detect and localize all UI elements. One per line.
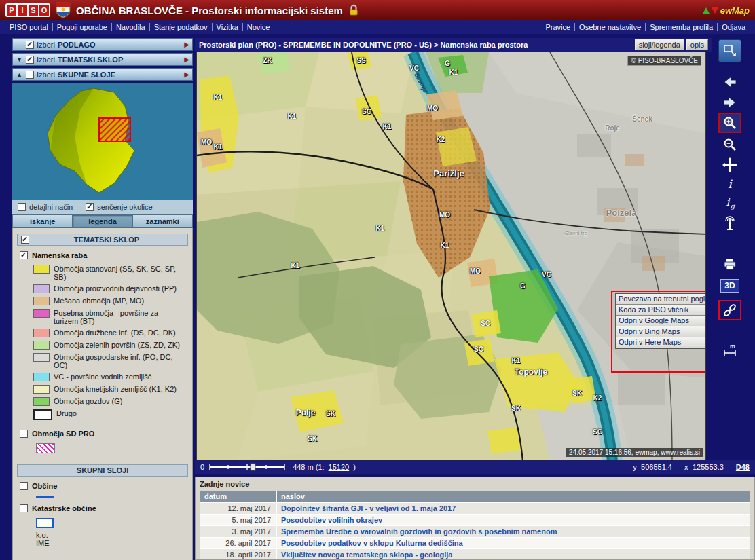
share-link-button[interactable] <box>718 300 741 320</box>
menu-sprememba-profila[interactable]: Sprememba profila <box>646 23 718 31</box>
view-3d-button[interactable]: 3D <box>718 277 741 295</box>
panel-izberi-podlago[interactable]: Izberi PODLAGO ▶ <box>12 38 193 51</box>
menu-pravice[interactable]: Pravice <box>541 23 575 31</box>
skupni-checkbox[interactable] <box>26 71 34 79</box>
scale-ratio-link[interactable]: 15120 <box>329 463 350 471</box>
popup-item-koda-vticnik[interactable]: Koda za PISO vtičnik <box>616 305 706 316</box>
pan-button[interactable] <box>718 156 741 174</box>
legend-swatch <box>33 329 50 337</box>
zoom-in-button[interactable] <box>718 113 741 133</box>
popup-item-povezava[interactable]: Povezava na trenutni pogled <box>616 294 706 305</box>
namenska-raba-checkbox[interactable] <box>20 251 28 259</box>
gps-position-button[interactable] <box>718 214 741 232</box>
show-full-extent-button[interactable] <box>718 39 741 62</box>
ewmap-logo: ewMap <box>703 5 750 16</box>
news-link[interactable]: Dopolnitev šifranta GJI - v veljavi od 1… <box>276 503 750 514</box>
popup-item-bing-maps[interactable]: Odpri v Bing Maps <box>616 326 706 337</box>
place-label-roje: Roje <box>605 124 620 132</box>
panel-name: TEMATSKI SKLOP <box>58 56 123 64</box>
menu-osebne-nastavitve[interactable]: Osebne nastavitve <box>575 23 646 31</box>
share-popup-menu: Povezava na trenutni pogled Koda za PISO… <box>615 293 706 349</box>
tematski-sklop-checkbox[interactable] <box>21 236 29 244</box>
news-row: 12. maj 2017 Dopolnitev šifranta GJI - v… <box>200 502 750 514</box>
katastrske-swatch <box>36 518 54 528</box>
layer-sd-pro: Območja SD PRO <box>20 430 188 438</box>
sd-pro-checkbox[interactable] <box>20 430 28 438</box>
feature-info-button[interactable]: i <box>718 175 741 193</box>
obcine-checkbox[interactable] <box>20 482 28 490</box>
legend-section-header: TEMATSKI SKLOP <box>17 234 188 246</box>
expand-arrow-icon[interactable]: ▶ <box>184 56 189 63</box>
news-link[interactable]: Vključitev novega tematskega sklopa - ge… <box>276 549 750 560</box>
piso-logo[interactable]: P I S O <box>5 3 50 17</box>
menu-pogoji-uporabe[interactable]: Pogoji uporabe <box>53 23 112 31</box>
news-table: datum naslov 12. maj 2017 Dopolnitev šif… <box>200 491 750 560</box>
zone-label: K1 <box>449 69 458 76</box>
menu-vizitka[interactable]: Vizitka <box>213 23 243 31</box>
panel-name: PODLAGO <box>58 41 96 49</box>
menu-odjava[interactable]: Odjava <box>718 23 750 31</box>
opis-button[interactable]: opis <box>686 39 708 50</box>
collapse-icon[interactable]: ▼ <box>16 56 23 63</box>
news-link[interactable]: Posodobitev podatkov v sklopu Kulturna d… <box>276 538 750 548</box>
obcine-swatch <box>36 496 54 498</box>
menu-piso-portal[interactable]: PISO portal <box>5 23 53 31</box>
logo-letter: P <box>7 5 16 16</box>
overview-map[interactable] <box>12 83 193 200</box>
news-link[interactable]: Sprememba Uredbe o varovalnih gozdovih i… <box>276 526 750 537</box>
datum-link[interactable]: D48 <box>736 463 750 471</box>
tematski-checkbox[interactable] <box>26 56 34 64</box>
sencenje-okolice-checkbox[interactable] <box>86 203 94 211</box>
place-label-parizlje: Parižlje <box>433 168 464 179</box>
measure-button[interactable]: m <box>718 341 741 358</box>
place-label-senek: Šenek <box>632 115 652 123</box>
previous-view-button[interactable] <box>718 73 741 91</box>
map-title-bar: Prostorski plan (PRO) - SPREMEMBE IN DOP… <box>195 38 712 52</box>
news-row: 18. april 2017 Vključitev novega tematsk… <box>200 548 750 560</box>
news-row: 5. maj 2017 Posodobitev volilnih okrajev <box>200 514 750 525</box>
podlago-checkbox[interactable] <box>26 41 34 49</box>
map-viewport[interactable]: ZK SS VC G K1 K1 K1 SC MO K1 MO K1 K2 MO… <box>196 52 706 460</box>
sidebar: Izberi PODLAGO ▶ ▼ Izberi TEMATSKI SKLOP… <box>12 38 193 560</box>
legend-swatch <box>33 353 50 362</box>
zone-label: MO <box>201 138 212 146</box>
expand-arrow-icon[interactable]: ▶ <box>184 71 189 78</box>
detajlni-nacin-checkbox[interactable] <box>18 203 26 211</box>
svg-text:g: g <box>731 202 736 210</box>
zone-label: VC <box>409 64 419 72</box>
menu-novice[interactable]: Novice <box>243 23 274 31</box>
collapse-icon[interactable]: ▲ <box>16 71 23 78</box>
legend-label: Območja gozdov (G) <box>54 397 184 405</box>
news-title: Zadnje novice <box>200 480 750 488</box>
zoom-out-button[interactable] <box>718 136 741 153</box>
news-date: 18. april 2017 <box>200 549 276 560</box>
expand-arrow-icon[interactable]: ▶ <box>184 41 189 48</box>
tab-zaznamki[interactable]: zaznamki <box>133 214 193 228</box>
ko-sub-label: IME <box>36 539 188 547</box>
scale-text: 448 m (1: <box>293 463 324 471</box>
menu-navodila[interactable]: Navodila <box>112 23 150 31</box>
map-canvas[interactable] <box>197 52 706 460</box>
panel-izberi-skupne-sloje[interactable]: ▲ Izberi SKUPNE SLOJE ▶ <box>12 68 193 81</box>
menu-stanje-podatkov[interactable]: Stanje podatkov <box>150 23 213 31</box>
sloji-legenda-button[interactable]: sloji/legenda <box>635 39 684 50</box>
legend-section-title: TEMATSKI SKLOP <box>29 236 184 244</box>
katastrske-checkbox[interactable] <box>20 504 28 512</box>
logo-letter: O <box>39 5 49 16</box>
popup-item-google-maps[interactable]: Odpri v Google Maps <box>616 316 706 326</box>
panel-izberi-tematski-sklop[interactable]: ▼ Izberi TEMATSKI SKLOP ▶ <box>12 53 193 66</box>
legend-swatch <box>33 385 50 394</box>
scale-zero-label: 0 <box>200 463 204 471</box>
tab-legenda[interactable]: legenda <box>73 214 132 228</box>
scale-slider[interactable] <box>208 463 289 471</box>
news-date: 12. maj 2017 <box>200 503 276 514</box>
tab-iskanje[interactable]: iskanje <box>12 214 73 228</box>
group-info-button[interactable]: i g <box>718 194 741 212</box>
news-link[interactable]: Posodobitev volilnih okrajev <box>276 515 750 525</box>
print-button[interactable] <box>718 255 741 273</box>
layer-obcine: Občine <box>20 482 188 490</box>
next-view-button[interactable] <box>718 94 741 111</box>
sd-pro-swatch <box>36 443 55 453</box>
zone-label: MO <box>427 105 438 112</box>
popup-item-here-maps[interactable]: Odpri v Here Maps <box>616 337 706 348</box>
